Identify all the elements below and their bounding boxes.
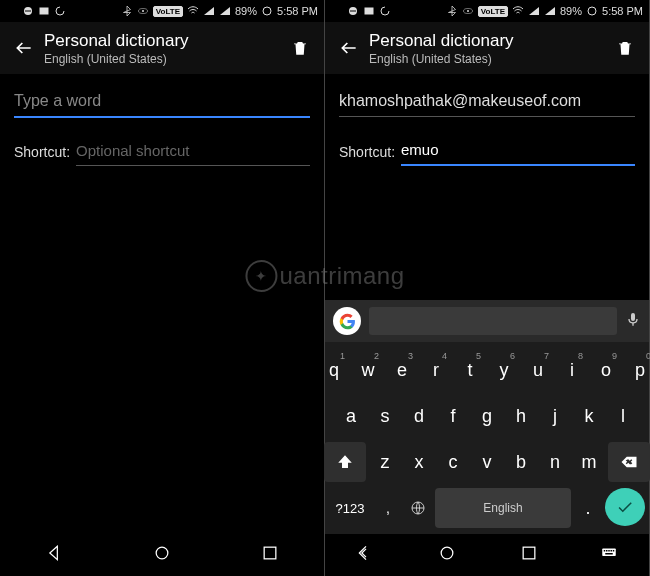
signal-icon-2 bbox=[219, 5, 231, 17]
image-icon bbox=[38, 5, 50, 17]
key-q[interactable]: q1 bbox=[319, 350, 349, 390]
key-r[interactable]: r4 bbox=[421, 350, 451, 390]
volte-icon: VoLTE bbox=[478, 6, 508, 17]
key-b[interactable]: b bbox=[506, 442, 536, 482]
key-c[interactable]: c bbox=[438, 442, 468, 482]
battery-icon bbox=[261, 5, 273, 17]
bluetooth-icon bbox=[446, 5, 458, 17]
shortcut-input[interactable] bbox=[76, 136, 310, 166]
key-h[interactable]: h bbox=[506, 396, 536, 436]
language-key[interactable] bbox=[405, 488, 431, 528]
key-t[interactable]: t5 bbox=[455, 350, 485, 390]
key-k[interactable]: k bbox=[574, 396, 604, 436]
bluetooth-icon bbox=[121, 5, 133, 17]
key-u[interactable]: u7 bbox=[523, 350, 553, 390]
suggestion-strip[interactable] bbox=[369, 307, 617, 335]
svg-rect-20 bbox=[613, 550, 615, 552]
key-l[interactable]: l bbox=[608, 396, 638, 436]
space-key[interactable]: English bbox=[435, 488, 571, 528]
signal-icon bbox=[528, 5, 540, 17]
key-j[interactable]: j bbox=[540, 396, 570, 436]
svg-rect-16 bbox=[604, 550, 606, 552]
key-e[interactable]: e3 bbox=[387, 350, 417, 390]
wifi-icon bbox=[187, 5, 199, 17]
key-a[interactable]: a bbox=[336, 396, 366, 436]
svg-point-5 bbox=[156, 547, 168, 559]
battery-text: 89% bbox=[560, 5, 582, 17]
volte-icon: VoLTE bbox=[153, 6, 183, 17]
nav-back-button[interactable] bbox=[356, 543, 376, 567]
key-n[interactable]: n bbox=[540, 442, 570, 482]
nav-recents-button[interactable] bbox=[260, 543, 280, 567]
backspace-key[interactable] bbox=[608, 442, 650, 482]
status-bar: VoLTE 89% 5:58 PM bbox=[325, 0, 649, 22]
mic-button[interactable] bbox=[625, 311, 641, 331]
key-p[interactable]: p0 bbox=[625, 350, 650, 390]
wifi-icon bbox=[512, 5, 524, 17]
key-i[interactable]: i8 bbox=[557, 350, 587, 390]
svg-rect-18 bbox=[609, 550, 611, 552]
keyboard-suggestion-bar bbox=[325, 300, 649, 342]
svg-rect-1 bbox=[40, 8, 49, 15]
svg-rect-21 bbox=[606, 553, 614, 555]
key-f[interactable]: f bbox=[438, 396, 468, 436]
content-area: Shortcut: bbox=[0, 74, 324, 534]
key-v[interactable]: v bbox=[472, 442, 502, 482]
page-subtitle: English (United States) bbox=[44, 52, 286, 66]
nav-bar bbox=[325, 534, 649, 576]
nav-recents-button[interactable] bbox=[519, 543, 539, 567]
key-w[interactable]: w2 bbox=[353, 350, 383, 390]
refresh-icon bbox=[379, 5, 391, 17]
key-m[interactable]: m bbox=[574, 442, 604, 482]
word-input[interactable] bbox=[339, 86, 635, 117]
svg-rect-19 bbox=[611, 550, 613, 552]
keyboard: q1w2e3r4t5y6u7i8o9p0 asdfghjkl zxcvbnm ?… bbox=[325, 342, 649, 534]
shift-key[interactable] bbox=[324, 442, 366, 482]
svg-rect-17 bbox=[606, 550, 608, 552]
svg-point-11 bbox=[588, 7, 596, 15]
nav-bar bbox=[0, 534, 324, 576]
eye-icon bbox=[462, 5, 474, 17]
battery-text: 89% bbox=[235, 5, 257, 17]
svg-point-10 bbox=[467, 10, 469, 12]
content-area: Shortcut: bbox=[325, 74, 649, 204]
google-search-button[interactable] bbox=[333, 307, 361, 335]
eye-icon bbox=[137, 5, 149, 17]
key-y[interactable]: y6 bbox=[489, 350, 519, 390]
scissors-icon bbox=[331, 5, 343, 17]
delete-button[interactable] bbox=[611, 39, 639, 57]
shortcut-label: Shortcut: bbox=[339, 144, 401, 166]
svg-point-3 bbox=[142, 10, 144, 12]
period-key[interactable]: . bbox=[575, 488, 601, 528]
nav-home-button[interactable] bbox=[437, 543, 457, 567]
svg-point-13 bbox=[441, 547, 453, 559]
word-input[interactable] bbox=[14, 86, 310, 118]
spacer bbox=[325, 204, 649, 300]
shortcut-input[interactable] bbox=[401, 135, 635, 166]
comma-key[interactable]: , bbox=[375, 488, 401, 528]
dnd-icon bbox=[22, 5, 34, 17]
page-subtitle: English (United States) bbox=[369, 52, 611, 66]
key-z[interactable]: z bbox=[370, 442, 400, 482]
key-x[interactable]: x bbox=[404, 442, 434, 482]
key-d[interactable]: d bbox=[404, 396, 434, 436]
back-button[interactable] bbox=[335, 38, 363, 58]
symbols-key[interactable]: ?123 bbox=[329, 488, 371, 528]
key-o[interactable]: o9 bbox=[591, 350, 621, 390]
svg-rect-14 bbox=[523, 547, 535, 559]
nav-home-button[interactable] bbox=[152, 543, 172, 567]
nav-back-button[interactable] bbox=[44, 543, 64, 567]
dnd-icon bbox=[347, 5, 359, 17]
keyboard-collapse-button[interactable] bbox=[600, 544, 618, 566]
svg-point-4 bbox=[263, 7, 271, 15]
key-s[interactable]: s bbox=[370, 396, 400, 436]
svg-rect-6 bbox=[264, 547, 276, 559]
key-g[interactable]: g bbox=[472, 396, 502, 436]
refresh-icon bbox=[54, 5, 66, 17]
svg-rect-15 bbox=[603, 549, 617, 557]
signal-icon bbox=[203, 5, 215, 17]
app-bar: Personal dictionary English (United Stat… bbox=[325, 22, 649, 74]
delete-button[interactable] bbox=[286, 39, 314, 57]
back-button[interactable] bbox=[10, 38, 38, 58]
enter-key[interactable] bbox=[605, 488, 645, 526]
